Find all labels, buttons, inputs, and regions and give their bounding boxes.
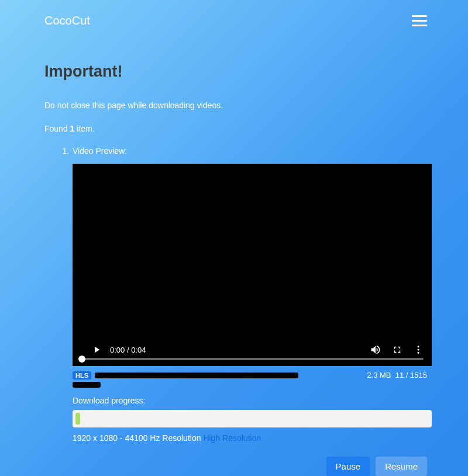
svg-point-2 bbox=[418, 352, 419, 354]
found-suffix: item. bbox=[74, 124, 94, 133]
app-brand: CocoCut bbox=[44, 14, 90, 27]
found-prefix: Found bbox=[44, 124, 70, 133]
resolution-text: 1920 x 1080 - 44100 Hz Resolution bbox=[73, 433, 203, 443]
page-title: Important! bbox=[44, 63, 427, 81]
resolution-link[interactable]: High Resolution bbox=[203, 433, 261, 443]
volume-icon[interactable] bbox=[370, 344, 381, 356]
list-item: Video Preview: 0:00 / 0:04 bbox=[71, 146, 427, 476]
svg-point-0 bbox=[418, 346, 419, 347]
download-progress-bar bbox=[73, 410, 432, 427]
video-time: 0:00 / 0:04 bbox=[110, 346, 146, 354]
menu-icon[interactable] bbox=[412, 15, 427, 26]
video-preview-label: Video Preview: bbox=[73, 146, 427, 156]
download-progress-label: Download progress: bbox=[73, 396, 427, 405]
found-items-text: Found 1 item. bbox=[44, 124, 427, 133]
fullscreen-icon[interactable] bbox=[392, 344, 402, 355]
redacted-url bbox=[95, 372, 298, 378]
resume-button[interactable]: Resume bbox=[376, 457, 427, 476]
resolution-info: 1920 x 1080 - 44100 Hz Resolution High R… bbox=[73, 433, 427, 443]
more-options-icon[interactable] bbox=[413, 344, 424, 355]
play-icon[interactable] bbox=[91, 344, 102, 355]
stream-type-badge: HLS bbox=[73, 371, 91, 380]
video-player[interactable]: 0:00 / 0:04 bbox=[73, 164, 432, 366]
redacted-text bbox=[73, 382, 101, 388]
warning-text: Do not close this page while downloading… bbox=[44, 101, 427, 110]
video-seek-knob[interactable] bbox=[78, 356, 85, 363]
download-progress-fill bbox=[75, 413, 80, 425]
video-seek-bar[interactable] bbox=[81, 358, 424, 360]
file-size: 2.3 MB bbox=[367, 371, 391, 380]
svg-point-1 bbox=[418, 349, 419, 351]
frame-count: 11 / 1515 bbox=[395, 371, 427, 380]
pause-button[interactable]: Pause bbox=[326, 457, 370, 476]
